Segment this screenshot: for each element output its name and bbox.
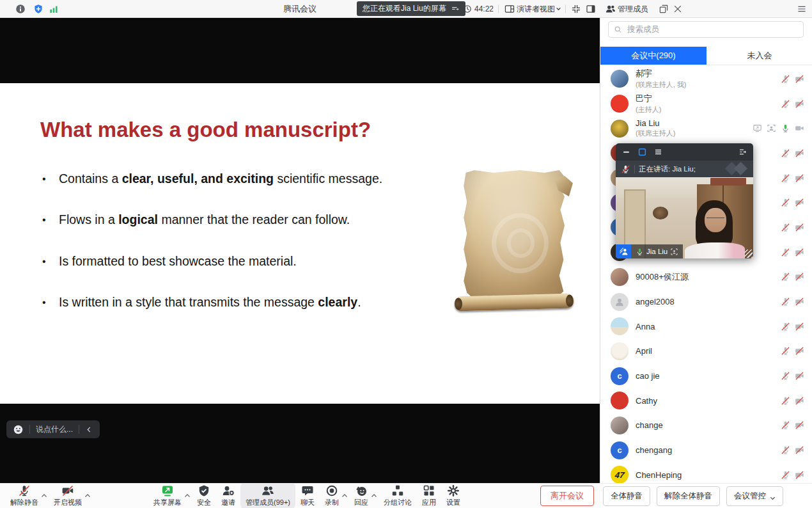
popout-icon[interactable] <box>659 4 669 14</box>
camera-muted-icon[interactable] <box>795 173 804 183</box>
mic-muted-icon[interactable] <box>781 470 790 480</box>
camera-muted-icon[interactable] <box>795 470 804 480</box>
mic-muted-icon[interactable] <box>781 272 790 282</box>
mic-muted-icon[interactable] <box>781 420 790 430</box>
camera-muted-icon[interactable] <box>795 198 804 207</box>
search-input[interactable] <box>626 24 798 35</box>
mic-muted-icon[interactable] <box>781 74 790 84</box>
participant-row[interactable]: 巴宁 (主持人) <box>600 91 812 116</box>
chevron-up-icon[interactable] <box>341 489 348 495</box>
mic-muted-icon[interactable] <box>781 322 790 331</box>
layout-view-icon[interactable] <box>504 4 515 14</box>
mic-muted-icon[interactable] <box>781 371 790 381</box>
chevron-up-icon[interactable] <box>41 489 47 495</box>
toolbar-item-invite[interactable]: 邀请 <box>216 483 240 508</box>
floating-video-window[interactable]: 正在讲话: Jia Liu; Jia Liu <box>616 143 753 258</box>
minimize-icon[interactable] <box>621 147 631 157</box>
mic-muted-icon[interactable] <box>781 346 790 356</box>
member-tab-1[interactable]: 未入会 <box>707 47 812 65</box>
mic-muted-icon[interactable] <box>781 99 790 109</box>
participant-row[interactable]: change <box>600 413 812 438</box>
participant-row[interactable]: April <box>600 339 812 364</box>
camera-muted-icon[interactable] <box>795 371 804 381</box>
participant-list[interactable]: 郝宇 (联席主持人, 我) 巴宁 (主持人) Jia Liu (联席主持人) <box>600 67 812 483</box>
mic-muted-icon[interactable] <box>781 396 790 406</box>
camera-muted-icon[interactable] <box>795 148 804 158</box>
chevron-down-icon[interactable] <box>556 6 561 12</box>
participant-row[interactable]: Anna <box>600 314 812 339</box>
list-view-icon[interactable] <box>653 147 663 157</box>
participant-row[interactable]: Jia Liu (联席主持人) <box>600 116 812 141</box>
camera-muted-icon[interactable] <box>795 248 804 257</box>
camera-muted-icon[interactable] <box>795 445 804 455</box>
camera-muted-icon[interactable] <box>795 322 804 331</box>
chevron-up-icon[interactable] <box>84 489 91 495</box>
divider <box>565 4 566 13</box>
emoji-icon[interactable] <box>13 424 24 435</box>
person-frame-icon[interactable] <box>670 248 678 256</box>
toolbar-item-settings[interactable]: 设置 <box>441 483 465 508</box>
footer-button-1[interactable]: 解除全体静音 <box>657 486 720 506</box>
collapse-panel-icon[interactable] <box>738 147 747 157</box>
participant-row[interactable]: 47 ChenHeping <box>600 463 812 483</box>
toolbar-item-breakout[interactable]: 分组讨论 <box>379 483 417 508</box>
toolbar-item-apps[interactable]: 应用 <box>417 483 441 508</box>
screen-sharing-icon[interactable] <box>753 123 762 133</box>
participant-row[interactable]: 90008+侯江源 <box>600 265 812 290</box>
footer-button-2[interactable]: 会议管控 <box>726 486 783 506</box>
chat-input-placeholder[interactable]: 说点什么... <box>36 424 73 435</box>
camera-muted-icon[interactable] <box>795 420 804 430</box>
close-icon[interactable] <box>673 4 683 14</box>
participant-row[interactable]: c cao jie <box>600 363 812 388</box>
toolbar-item-record[interactable]: 录制 <box>320 483 344 508</box>
camera-off-icon[interactable] <box>795 123 804 133</box>
camera-muted-icon[interactable] <box>795 74 804 84</box>
mic-muted-icon[interactable] <box>781 297 790 306</box>
fullscreen-icon[interactable] <box>571 4 581 14</box>
mic-live-icon[interactable] <box>781 123 790 133</box>
toolbar-item-chat[interactable]: 聊天 <box>295 483 320 508</box>
camera-muted-icon[interactable] <box>795 297 804 306</box>
toolbar-item-start-video[interactable]: 开启视频 <box>49 483 87 508</box>
mic-muted-icon[interactable] <box>781 198 790 207</box>
info-icon[interactable] <box>15 4 26 14</box>
view-mode-selector[interactable]: 演讲者视图 <box>517 3 555 14</box>
collapse-chat-icon[interactable] <box>85 425 93 434</box>
camera-muted-icon[interactable] <box>795 346 804 356</box>
watching-banner[interactable]: 您正在观看Jia Liu的屏幕 <box>357 1 465 16</box>
mic-muted-icon[interactable] <box>781 223 790 232</box>
chevron-up-icon[interactable] <box>184 489 191 495</box>
focus-icon[interactable] <box>767 123 776 133</box>
my-mic-muted-icon[interactable] <box>621 164 630 174</box>
mic-muted-icon[interactable] <box>781 148 790 158</box>
mic-muted-icon[interactable] <box>781 248 790 257</box>
toolbar-item-unmute[interactable]: 解除静音 <box>5 483 43 508</box>
toolbar-item-members[interactable]: 管理成员(99+) <box>240 483 295 508</box>
toolbar-item-security[interactable]: 安全 <box>192 483 216 508</box>
menu-icon[interactable] <box>797 4 807 14</box>
video-window-titlebar[interactable] <box>616 143 753 161</box>
mic-muted-icon[interactable] <box>781 173 790 183</box>
participant-row[interactable]: c chengang <box>600 438 812 463</box>
camera-muted-icon[interactable] <box>795 99 804 109</box>
search-box[interactable] <box>608 21 804 38</box>
grid-view-icon[interactable] <box>637 147 647 157</box>
security-shield-icon[interactable] <box>33 4 43 14</box>
footer-button-0[interactable]: 全体静音 <box>603 486 650 506</box>
quick-chat-bar[interactable]: 说点什么... <box>6 420 100 438</box>
toolbar-item-reaction[interactable]: 回应 <box>349 483 373 508</box>
camera-muted-icon[interactable] <box>795 223 804 232</box>
chevron-up-icon[interactable] <box>371 489 377 495</box>
participant-row[interactable]: 郝宇 (联席主持人, 我) <box>600 67 812 91</box>
member-tab-0[interactable]: 会议中(290) <box>600 47 707 65</box>
resize-handle[interactable] <box>744 250 753 258</box>
toolbar-item-share-screen[interactable]: 共享屏幕 <box>148 483 187 508</box>
mic-muted-icon[interactable] <box>781 445 790 455</box>
side-panel-icon[interactable] <box>586 4 596 14</box>
leave-meeting-button[interactable]: 离开会议 <box>540 486 594 506</box>
banner-list-icon[interactable] <box>451 4 460 13</box>
participant-row[interactable]: Cathy <box>600 388 812 413</box>
participant-row[interactable]: angel2008 <box>600 289 812 314</box>
camera-muted-icon[interactable] <box>795 272 804 282</box>
camera-muted-icon[interactable] <box>795 396 804 406</box>
